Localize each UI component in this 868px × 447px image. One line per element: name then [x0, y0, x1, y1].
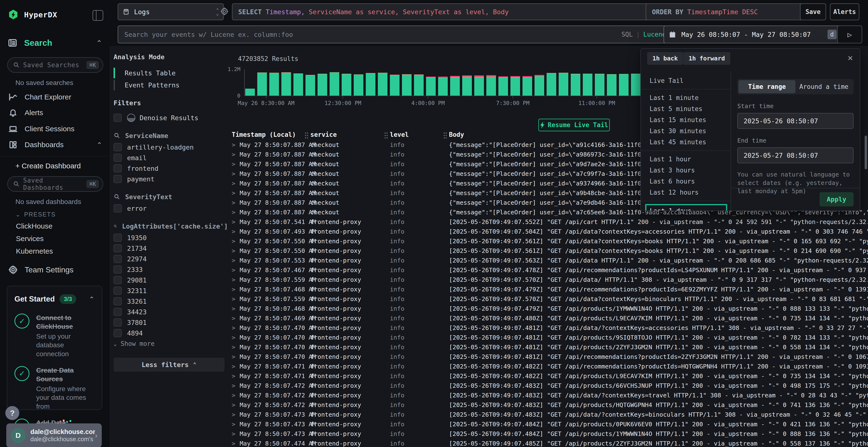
less-filters-button[interactable]: Less filters⌃	[114, 358, 224, 372]
chevron-up-icon[interactable]: ⌃	[96, 39, 102, 47]
shift-forward-button[interactable]: 1h forward	[683, 52, 730, 65]
expand-row-icon[interactable]: >	[232, 190, 235, 197]
search-input[interactable]: Search your events w/ Lucene ex. column:…	[118, 26, 673, 43]
expand-row-icon[interactable]: >	[232, 218, 235, 226]
filter-checkbox[interactable]	[114, 329, 122, 337]
preset-clickhouse[interactable]: ClickHouse	[16, 222, 53, 230]
table-row[interactable]: >May 27 8:50:07.472 AMfrontend-proxyinfo…	[232, 381, 868, 390]
sidebar-item-dashboards[interactable]: Dashboards ⌃	[8, 140, 102, 149]
lang-toggle-lucene[interactable]: Lucene	[643, 31, 666, 38]
end-time-input[interactable]: 2025-05-27 08:50:07	[737, 147, 854, 163]
filter-value-row[interactable]: frontend	[114, 163, 228, 174]
expand-row-icon[interactable]: >	[232, 305, 235, 312]
table-row[interactable]: >May 27 8:50:07.468 AMfrontend-proxyinfo…	[232, 304, 868, 313]
filter-checkbox[interactable]	[114, 276, 122, 284]
saved-dashboards-input[interactable]: Saved Dashboards ⌘K	[7, 176, 103, 192]
sidebar-collapse-button[interactable]	[93, 10, 103, 21]
filter-checkbox[interactable]	[114, 318, 122, 326]
expand-row-icon[interactable]: >	[232, 324, 235, 332]
quick-range-last-1-days[interactable]: Last 1 days	[645, 204, 727, 210]
quick-range-last-30-minutes[interactable]: Last 30 minutes	[641, 126, 731, 137]
histogram-bar[interactable]	[257, 72, 267, 96]
expand-row-icon[interactable]: >	[232, 209, 235, 216]
histogram-bar[interactable]	[474, 75, 484, 96]
histogram-bar[interactable]	[571, 74, 580, 96]
histogram-bar[interactable]	[378, 73, 388, 96]
expand-row-icon[interactable]: >	[232, 344, 235, 351]
filter-checkbox[interactable]	[114, 143, 122, 151]
histogram-bar[interactable]	[534, 75, 544, 96]
filter-value-row[interactable]: error	[114, 203, 228, 214]
histogram-bar[interactable]	[281, 72, 291, 96]
filter-checkbox[interactable]	[114, 286, 122, 295]
filter-checkbox[interactable]	[114, 175, 122, 183]
expand-row-icon[interactable]: >	[232, 228, 235, 235]
histogram-bar[interactable]	[607, 74, 617, 96]
chevron-up-icon[interactable]: ⌃	[89, 295, 94, 303]
table-row[interactable]: >May 27 8:50:07.470 AMfrontend-proxyinfo…	[232, 323, 868, 333]
sidebar-item-team-settings[interactable]: Team Settings	[8, 265, 102, 275]
column-header-service[interactable]: service	[310, 131, 390, 138]
column-resize-handle[interactable]	[305, 133, 306, 134]
histogram-bar[interactable]	[559, 73, 568, 96]
table-row[interactable]: >May 27 8:50:07.472 AMfrontend-proxyinfo…	[232, 400, 868, 410]
expand-row-icon[interactable]: >	[232, 411, 235, 418]
table-row[interactable]: >May 27 8:50:07.474 AMfrontend-proxyinfo…	[232, 439, 868, 447]
expand-row-icon[interactable]: >	[232, 151, 235, 158]
table-row[interactable]: >May 27 8:50:07.470 AMfrontend-proxyinfo…	[232, 352, 868, 362]
date-range-picker[interactable]: May 26 08:50:07 - May 27 08:50:07 d	[663, 26, 842, 43]
table-row[interactable]: >May 27 8:50:07.473 AMfrontend-proxyinfo…	[232, 410, 868, 419]
filter-value-row[interactable]: 37801	[114, 317, 228, 328]
quick-range-last-12-hours[interactable]: Last 12 hours	[641, 187, 731, 198]
expand-row-icon[interactable]: >	[232, 373, 235, 380]
apply-button[interactable]: Apply	[819, 192, 854, 206]
expand-row-icon[interactable]: >	[232, 382, 235, 389]
expand-row-icon[interactable]: >	[232, 170, 235, 177]
quick-range-last-6-hours[interactable]: Last 6 hours	[641, 176, 731, 187]
expand-row-icon[interactable]: >	[232, 315, 235, 322]
table-row[interactable]: >May 27 8:50:07.470 AMfrontend-proxyinfo…	[232, 333, 868, 342]
histogram-bar[interactable]	[402, 74, 411, 96]
shift-back-button[interactable]: 1h back	[647, 52, 683, 65]
show-more-button[interactable]: ⌄Show more	[114, 338, 228, 349]
histogram-bar[interactable]	[366, 73, 375, 96]
expand-row-icon[interactable]: >	[232, 267, 235, 274]
analysis-mode-active[interactable]: Results Table	[114, 67, 228, 79]
quick-range-last-5-minutes[interactable]: Last 5 minutes	[641, 103, 731, 114]
expand-row-icon[interactable]: >	[232, 296, 235, 303]
expand-row-icon[interactable]: >	[232, 431, 235, 437]
histogram-bar[interactable]	[583, 74, 592, 96]
chevron-up-icon[interactable]: ⌃	[97, 141, 102, 149]
table-row[interactable]: >May 27 8:50:07.473 AMfrontend-proxyinfo…	[232, 429, 868, 439]
column-resize-handle[interactable]	[384, 133, 386, 134]
histogram-bar[interactable]	[414, 74, 424, 96]
table-row[interactable]: >May 27 8:50:07.470 AMfrontend-proxyinfo…	[232, 342, 868, 352]
histogram-bar[interactable]	[330, 72, 339, 96]
table-row[interactable]: >May 27 8:50:07.473 AMfrontend-proxyinfo…	[232, 419, 868, 429]
column-header-timestamp-local-[interactable]: Timestamp (Local)	[232, 131, 310, 138]
histogram-bar[interactable]	[619, 74, 628, 96]
histogram-bar[interactable]	[438, 77, 448, 96]
preset-kubernetes[interactable]: Kubernetes	[16, 247, 53, 255]
filter-checkbox[interactable]	[114, 308, 122, 316]
table-row[interactable]: >May 27 8:50:07.550 AMfrontend-proxyinfo…	[232, 236, 868, 246]
histogram-bar[interactable]	[631, 74, 641, 96]
histogram-bar[interactable]	[450, 76, 460, 96]
expand-row-icon[interactable]: >	[232, 276, 235, 283]
expand-row-icon[interactable]: >	[232, 286, 235, 293]
filter-value-row[interactable]: 33261	[114, 296, 228, 307]
expand-row-icon[interactable]: >	[232, 440, 235, 447]
histogram-bar[interactable]	[306, 75, 315, 96]
filter-value-row[interactable]: 32311	[114, 285, 228, 296]
user-menu[interactable]: D dale@clickhouse.com dale@clickhouse.co…	[6, 423, 102, 447]
search-section-header[interactable]: Search ⌃	[8, 38, 102, 48]
expand-row-icon[interactable]: >	[232, 199, 235, 206]
histogram-bar[interactable]	[354, 74, 363, 96]
save-button[interactable]: Save	[800, 3, 826, 20]
tab-around-a-time[interactable]: Around a time	[796, 80, 852, 93]
histogram-bar[interactable]	[486, 75, 496, 96]
table-row[interactable]: >May 27 8:50:07.550 AMfrontend-proxyinfo…	[232, 246, 868, 255]
table-row[interactable]: >May 27 8:50:07.467 AMfrontend-proxyinfo…	[232, 265, 868, 275]
filter-value-row[interactable]: payment	[114, 174, 228, 184]
sidebar-item-client-sessions[interactable]: Client Sessions	[8, 124, 102, 133]
